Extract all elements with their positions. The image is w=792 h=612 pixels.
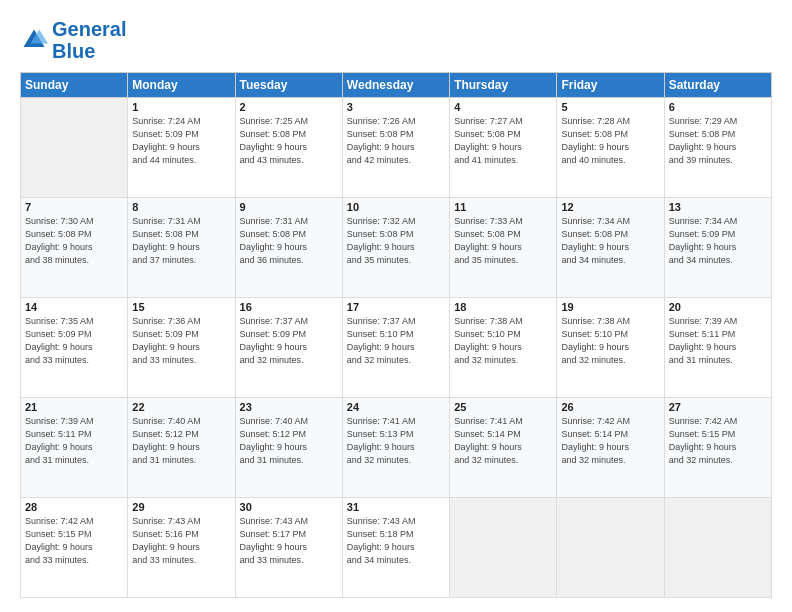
- day-number: 13: [669, 201, 767, 213]
- day-number: 1: [132, 101, 230, 113]
- day-number: 31: [347, 501, 445, 513]
- day-number: 5: [561, 101, 659, 113]
- day-number: 2: [240, 101, 338, 113]
- calendar-cell: 1Sunrise: 7:24 AM Sunset: 5:09 PM Daylig…: [128, 98, 235, 198]
- calendar-cell: 9Sunrise: 7:31 AM Sunset: 5:08 PM Daylig…: [235, 198, 342, 298]
- day-number: 29: [132, 501, 230, 513]
- day-number: 8: [132, 201, 230, 213]
- calendar-cell: 18Sunrise: 7:38 AM Sunset: 5:10 PM Dayli…: [450, 298, 557, 398]
- day-number: 9: [240, 201, 338, 213]
- calendar-cell: 2Sunrise: 7:25 AM Sunset: 5:08 PM Daylig…: [235, 98, 342, 198]
- calendar-header-row: SundayMondayTuesdayWednesdayThursdayFrid…: [21, 73, 772, 98]
- calendar-cell: 5Sunrise: 7:28 AM Sunset: 5:08 PM Daylig…: [557, 98, 664, 198]
- calendar-cell: 3Sunrise: 7:26 AM Sunset: 5:08 PM Daylig…: [342, 98, 449, 198]
- calendar-cell: [21, 98, 128, 198]
- calendar-cell: 29Sunrise: 7:43 AM Sunset: 5:16 PM Dayli…: [128, 498, 235, 598]
- day-info: Sunrise: 7:38 AM Sunset: 5:10 PM Dayligh…: [454, 315, 552, 367]
- calendar-cell: 28Sunrise: 7:42 AM Sunset: 5:15 PM Dayli…: [21, 498, 128, 598]
- weekday-header: Wednesday: [342, 73, 449, 98]
- day-info: Sunrise: 7:32 AM Sunset: 5:08 PM Dayligh…: [347, 215, 445, 267]
- calendar-cell: 23Sunrise: 7:40 AM Sunset: 5:12 PM Dayli…: [235, 398, 342, 498]
- calendar-cell: 31Sunrise: 7:43 AM Sunset: 5:18 PM Dayli…: [342, 498, 449, 598]
- day-info: Sunrise: 7:34 AM Sunset: 5:09 PM Dayligh…: [669, 215, 767, 267]
- calendar-cell: 13Sunrise: 7:34 AM Sunset: 5:09 PM Dayli…: [664, 198, 771, 298]
- day-number: 19: [561, 301, 659, 313]
- calendar-cell: 25Sunrise: 7:41 AM Sunset: 5:14 PM Dayli…: [450, 398, 557, 498]
- day-info: Sunrise: 7:43 AM Sunset: 5:16 PM Dayligh…: [132, 515, 230, 567]
- weekday-header: Thursday: [450, 73, 557, 98]
- calendar-cell: 8Sunrise: 7:31 AM Sunset: 5:08 PM Daylig…: [128, 198, 235, 298]
- day-number: 18: [454, 301, 552, 313]
- day-info: Sunrise: 7:27 AM Sunset: 5:08 PM Dayligh…: [454, 115, 552, 167]
- calendar-week-row: 1Sunrise: 7:24 AM Sunset: 5:09 PM Daylig…: [21, 98, 772, 198]
- calendar-cell: [557, 498, 664, 598]
- day-number: 28: [25, 501, 123, 513]
- logo-icon: [20, 26, 48, 54]
- calendar-cell: 14Sunrise: 7:35 AM Sunset: 5:09 PM Dayli…: [21, 298, 128, 398]
- day-info: Sunrise: 7:39 AM Sunset: 5:11 PM Dayligh…: [25, 415, 123, 467]
- day-info: Sunrise: 7:42 AM Sunset: 5:15 PM Dayligh…: [25, 515, 123, 567]
- day-info: Sunrise: 7:37 AM Sunset: 5:10 PM Dayligh…: [347, 315, 445, 367]
- calendar-cell: [664, 498, 771, 598]
- calendar-cell: [450, 498, 557, 598]
- calendar-cell: 15Sunrise: 7:36 AM Sunset: 5:09 PM Dayli…: [128, 298, 235, 398]
- calendar-cell: 30Sunrise: 7:43 AM Sunset: 5:17 PM Dayli…: [235, 498, 342, 598]
- day-info: Sunrise: 7:39 AM Sunset: 5:11 PM Dayligh…: [669, 315, 767, 367]
- day-info: Sunrise: 7:34 AM Sunset: 5:08 PM Dayligh…: [561, 215, 659, 267]
- weekday-header: Sunday: [21, 73, 128, 98]
- calendar-cell: 16Sunrise: 7:37 AM Sunset: 5:09 PM Dayli…: [235, 298, 342, 398]
- calendar-week-row: 7Sunrise: 7:30 AM Sunset: 5:08 PM Daylig…: [21, 198, 772, 298]
- calendar-cell: 26Sunrise: 7:42 AM Sunset: 5:14 PM Dayli…: [557, 398, 664, 498]
- calendar-cell: 21Sunrise: 7:39 AM Sunset: 5:11 PM Dayli…: [21, 398, 128, 498]
- day-info: Sunrise: 7:38 AM Sunset: 5:10 PM Dayligh…: [561, 315, 659, 367]
- day-number: 6: [669, 101, 767, 113]
- day-number: 16: [240, 301, 338, 313]
- day-info: Sunrise: 7:42 AM Sunset: 5:15 PM Dayligh…: [669, 415, 767, 467]
- day-info: Sunrise: 7:30 AM Sunset: 5:08 PM Dayligh…: [25, 215, 123, 267]
- day-info: Sunrise: 7:36 AM Sunset: 5:09 PM Dayligh…: [132, 315, 230, 367]
- day-number: 12: [561, 201, 659, 213]
- day-info: Sunrise: 7:33 AM Sunset: 5:08 PM Dayligh…: [454, 215, 552, 267]
- day-number: 10: [347, 201, 445, 213]
- day-info: Sunrise: 7:24 AM Sunset: 5:09 PM Dayligh…: [132, 115, 230, 167]
- day-number: 24: [347, 401, 445, 413]
- header: General Blue: [20, 18, 772, 62]
- calendar-week-row: 21Sunrise: 7:39 AM Sunset: 5:11 PM Dayli…: [21, 398, 772, 498]
- day-info: Sunrise: 7:40 AM Sunset: 5:12 PM Dayligh…: [132, 415, 230, 467]
- day-number: 15: [132, 301, 230, 313]
- day-number: 22: [132, 401, 230, 413]
- calendar-cell: 12Sunrise: 7:34 AM Sunset: 5:08 PM Dayli…: [557, 198, 664, 298]
- day-info: Sunrise: 7:26 AM Sunset: 5:08 PM Dayligh…: [347, 115, 445, 167]
- day-number: 7: [25, 201, 123, 213]
- calendar-cell: 4Sunrise: 7:27 AM Sunset: 5:08 PM Daylig…: [450, 98, 557, 198]
- calendar-cell: 6Sunrise: 7:29 AM Sunset: 5:08 PM Daylig…: [664, 98, 771, 198]
- calendar-cell: 27Sunrise: 7:42 AM Sunset: 5:15 PM Dayli…: [664, 398, 771, 498]
- day-number: 30: [240, 501, 338, 513]
- logo: General Blue: [20, 18, 126, 62]
- day-info: Sunrise: 7:29 AM Sunset: 5:08 PM Dayligh…: [669, 115, 767, 167]
- calendar-week-row: 28Sunrise: 7:42 AM Sunset: 5:15 PM Dayli…: [21, 498, 772, 598]
- day-info: Sunrise: 7:35 AM Sunset: 5:09 PM Dayligh…: [25, 315, 123, 367]
- day-info: Sunrise: 7:31 AM Sunset: 5:08 PM Dayligh…: [132, 215, 230, 267]
- day-number: 20: [669, 301, 767, 313]
- calendar-cell: 10Sunrise: 7:32 AM Sunset: 5:08 PM Dayli…: [342, 198, 449, 298]
- day-number: 4: [454, 101, 552, 113]
- day-number: 27: [669, 401, 767, 413]
- day-info: Sunrise: 7:31 AM Sunset: 5:08 PM Dayligh…: [240, 215, 338, 267]
- weekday-header: Saturday: [664, 73, 771, 98]
- day-number: 11: [454, 201, 552, 213]
- day-info: Sunrise: 7:25 AM Sunset: 5:08 PM Dayligh…: [240, 115, 338, 167]
- calendar-cell: 17Sunrise: 7:37 AM Sunset: 5:10 PM Dayli…: [342, 298, 449, 398]
- page: General Blue SundayMondayTuesdayWednesda…: [0, 0, 792, 612]
- day-number: 3: [347, 101, 445, 113]
- weekday-header: Friday: [557, 73, 664, 98]
- day-number: 17: [347, 301, 445, 313]
- day-info: Sunrise: 7:41 AM Sunset: 5:14 PM Dayligh…: [454, 415, 552, 467]
- calendar-table: SundayMondayTuesdayWednesdayThursdayFrid…: [20, 72, 772, 598]
- calendar-week-row: 14Sunrise: 7:35 AM Sunset: 5:09 PM Dayli…: [21, 298, 772, 398]
- day-info: Sunrise: 7:43 AM Sunset: 5:17 PM Dayligh…: [240, 515, 338, 567]
- calendar-cell: 19Sunrise: 7:38 AM Sunset: 5:10 PM Dayli…: [557, 298, 664, 398]
- day-number: 23: [240, 401, 338, 413]
- day-info: Sunrise: 7:28 AM Sunset: 5:08 PM Dayligh…: [561, 115, 659, 167]
- day-info: Sunrise: 7:42 AM Sunset: 5:14 PM Dayligh…: [561, 415, 659, 467]
